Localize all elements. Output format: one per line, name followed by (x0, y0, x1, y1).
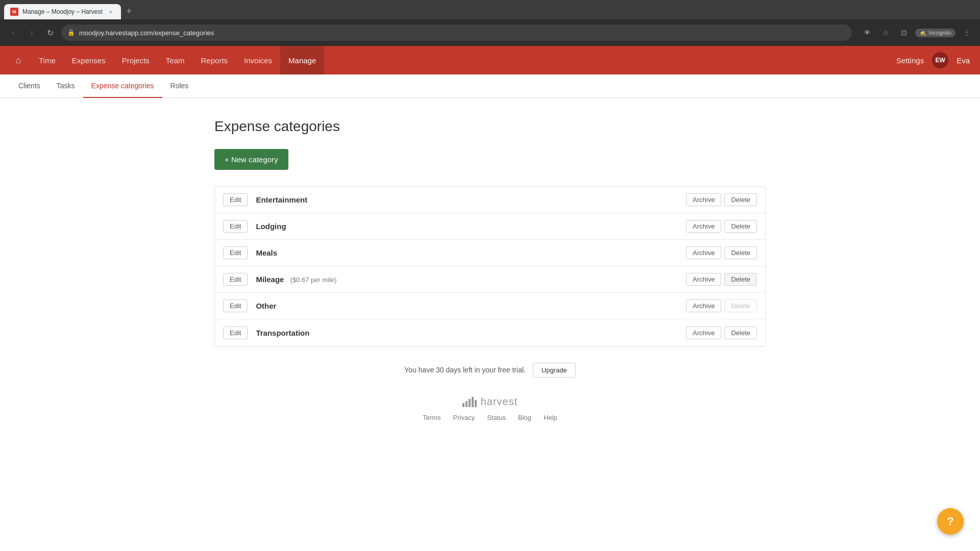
visibility-off-icon[interactable]: 👁 (860, 26, 874, 40)
category-name-transportation: Transportation (256, 329, 686, 337)
nav-invoices[interactable]: Invoices (236, 46, 280, 74)
archive-transportation-button[interactable]: Archive (686, 327, 721, 339)
archive-entertainment-button[interactable]: Archive (686, 193, 721, 206)
nav-manage[interactable]: Manage (280, 46, 324, 74)
bar2 (465, 401, 468, 407)
browser-tabs: M Manage – Moodjoy – Harvest × + (0, 0, 980, 19)
user-name-link[interactable]: Eva (957, 56, 970, 65)
new-category-button[interactable]: + New category (214, 149, 288, 170)
category-name-other: Other (256, 302, 686, 310)
footer-blog[interactable]: Blog (518, 414, 531, 421)
edit-other-button[interactable]: Edit (223, 299, 248, 312)
trial-banner: You have 30 days left in your free trial… (214, 346, 766, 386)
edit-lodging-button[interactable]: Edit (223, 220, 248, 233)
row-actions-lodging: Archive Delete (686, 220, 757, 233)
nav-time[interactable]: Time (31, 46, 64, 74)
forward-button[interactable]: › (24, 26, 39, 40)
category-name-mileage: Mileage ($0.67 per mile) (256, 275, 686, 284)
category-row-meals: Edit Meals Archive Delete (215, 240, 765, 266)
category-row-other: Edit Other Archive Delete (215, 293, 765, 319)
sub-nav-clients[interactable]: Clients (10, 74, 48, 98)
edit-mileage-button[interactable]: Edit (223, 273, 248, 286)
row-actions-transportation: Archive Delete (686, 327, 757, 339)
incognito-icon: 🕵 (919, 30, 926, 36)
browser-actions: 👁 ☆ ⊡ 🕵 Incognito ⋮ (860, 26, 974, 40)
category-name-meals: Meals (256, 248, 686, 257)
settings-link[interactable]: Settings (896, 56, 924, 65)
category-row-lodging: Edit Lodging Archive Delete (215, 213, 765, 240)
bar3 (469, 399, 471, 407)
browser-chrome: M Manage – Moodjoy – Harvest × + ‹ › ↻ 🔒… (0, 0, 980, 46)
archive-mileage-button[interactable]: Archive (686, 273, 721, 286)
category-list: Edit Entertainment Archive Delete Edit L… (214, 186, 766, 346)
category-row-mileage: Edit Mileage ($0.67 per mile) Archive De… (215, 266, 765, 293)
harvest-bars-icon (462, 397, 477, 407)
upgrade-button[interactable]: Upgrade (533, 363, 576, 378)
category-row-entertainment: Edit Entertainment Archive Delete (215, 187, 765, 213)
nav-reports[interactable]: Reports (193, 46, 236, 74)
user-avatar: EW (932, 52, 948, 68)
category-name-lodging: Lodging (256, 222, 686, 231)
footer-terms[interactable]: Terms (423, 414, 440, 421)
edit-transportation-button[interactable]: Edit (223, 327, 248, 339)
row-actions-meals: Archive Delete (686, 246, 757, 259)
tab-title: Manage – Moodjoy – Harvest (22, 8, 103, 15)
trial-text: You have 30 days left in your free trial… (404, 366, 526, 374)
sub-nav-expense-categories[interactable]: Expense categories (83, 74, 162, 98)
url-text: moodjoy.harvestapp.com/expense_categorie… (79, 29, 214, 37)
row-actions-other: Archive Delete (686, 299, 757, 312)
sub-nav: Clients Tasks Expense categories Roles (0, 74, 980, 98)
edit-meals-button[interactable]: Edit (223, 246, 248, 259)
delete-transportation-button[interactable]: Delete (724, 327, 757, 339)
delete-lodging-button[interactable]: Delete (724, 220, 757, 233)
footer-links: Terms Privacy Status Blog Help (214, 414, 766, 421)
mileage-note: ($0.67 per mile) (290, 276, 337, 284)
menu-button[interactable]: ⋮ (960, 26, 974, 40)
nav-projects[interactable]: Projects (114, 46, 158, 74)
edit-entertainment-button[interactable]: Edit (223, 193, 248, 206)
harvest-logo: harvest (462, 396, 518, 408)
delete-other-button: Delete (724, 299, 757, 312)
nav-right: Settings EW Eva (896, 52, 970, 68)
refresh-button[interactable]: ↻ (43, 26, 57, 40)
new-tab-button[interactable]: + (123, 5, 135, 17)
browser-tab-active[interactable]: M Manage – Moodjoy – Harvest × (4, 4, 121, 19)
app-nav: ⌂ Time Expenses Projects Team Reports In… (0, 46, 980, 74)
footer-status[interactable]: Status (487, 414, 506, 421)
page-title: Expense categories (214, 118, 766, 135)
nav-expenses[interactable]: Expenses (64, 46, 114, 74)
footer-help[interactable]: Help (544, 414, 557, 421)
row-actions-entertainment: Archive Delete (686, 193, 757, 206)
incognito-label: Incognito (928, 30, 951, 36)
row-actions-mileage: Archive Delete (686, 273, 757, 286)
footer-privacy[interactable]: Privacy (453, 414, 475, 421)
sub-nav-tasks[interactable]: Tasks (48, 74, 83, 98)
tab-favicon: M (10, 8, 18, 16)
nav-team[interactable]: Team (158, 46, 193, 74)
archive-lodging-button[interactable]: Archive (686, 220, 721, 233)
incognito-badge: 🕵 Incognito (915, 29, 955, 37)
category-name-entertainment: Entertainment (256, 195, 686, 204)
delete-meals-button[interactable]: Delete (724, 246, 757, 259)
footer: harvest Terms Privacy Status Blog Help (214, 386, 766, 442)
archive-meals-button[interactable]: Archive (686, 246, 721, 259)
bar5 (475, 400, 477, 407)
tab-close-button[interactable]: × (107, 8, 115, 16)
back-button[interactable]: ‹ (6, 26, 20, 40)
harvest-wordmark: harvest (481, 396, 518, 408)
extension-icon[interactable]: ⊡ (897, 26, 911, 40)
delete-mileage-button[interactable]: Delete (724, 273, 757, 286)
bar4 (472, 397, 474, 407)
main-content: Expense categories + New category Edit E… (204, 98, 776, 462)
sub-nav-roles[interactable]: Roles (162, 74, 197, 98)
star-icon[interactable]: ☆ (878, 26, 893, 40)
address-bar[interactable]: 🔒 moodjoy.harvestapp.com/expense_categor… (61, 24, 852, 41)
home-button[interactable]: ⌂ (10, 52, 27, 68)
bar1 (462, 403, 464, 407)
lock-icon: 🔒 (67, 29, 75, 36)
category-row-transportation: Edit Transportation Archive Delete (215, 319, 765, 346)
delete-entertainment-button[interactable]: Delete (724, 193, 757, 206)
archive-other-button[interactable]: Archive (686, 299, 721, 312)
browser-controls: ‹ › ↻ 🔒 moodjoy.harvestapp.com/expense_c… (0, 19, 980, 46)
